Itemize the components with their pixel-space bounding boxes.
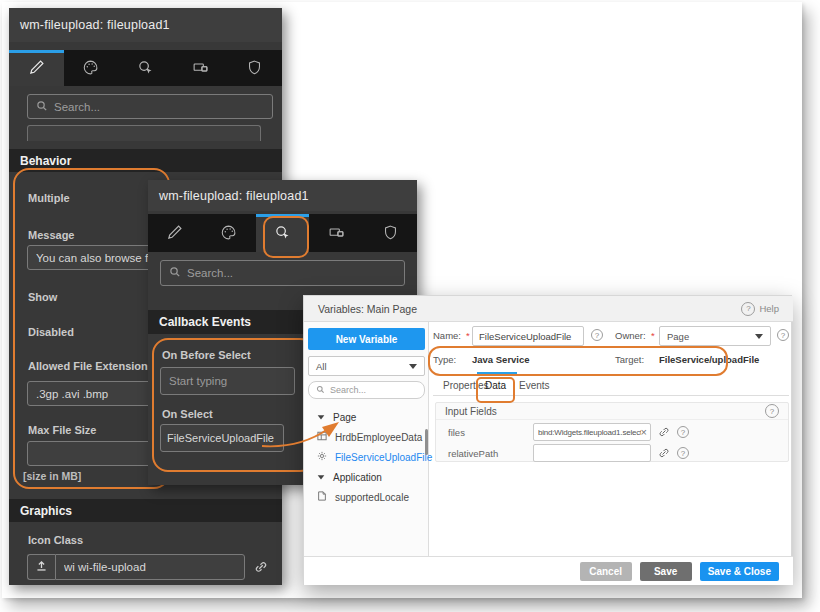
palette-icon xyxy=(82,59,99,80)
panel1-tabbar xyxy=(9,50,282,86)
name-input[interactable] xyxy=(472,326,584,346)
tab-devices[interactable] xyxy=(309,214,363,252)
shield-icon xyxy=(382,224,399,245)
tree-item-fileserviceuploadfile[interactable]: FileServiceUploadFile xyxy=(304,448,424,466)
required-marker: * xyxy=(466,330,470,341)
help-icon xyxy=(741,302,755,316)
dialog-footer: Cancel Save Save & Close xyxy=(304,556,793,585)
files-input[interactable] xyxy=(538,428,641,437)
document-icon xyxy=(316,490,328,504)
owner-help-icon[interactable] xyxy=(777,329,789,341)
tree-item-label: FileServiceUploadFile xyxy=(335,452,432,463)
cancel-button[interactable]: Cancel xyxy=(580,562,632,581)
table-icon xyxy=(316,430,328,444)
save-close-button[interactable]: Save & Close xyxy=(700,562,779,581)
icon-class-label: Icon Class xyxy=(28,534,83,546)
tree-item-supportedlocale[interactable]: supportedLocale xyxy=(304,488,424,506)
variables-dialog: Variables: Main Page Help New Variable A… xyxy=(303,295,792,585)
active-tab-indicator xyxy=(477,372,517,375)
behavior-section-header: Behavior xyxy=(9,149,282,172)
panel2-search[interactable]: Search... xyxy=(160,260,405,286)
palette-icon xyxy=(220,224,237,245)
tab-properties[interactable]: Properties xyxy=(443,380,489,391)
name-help-icon[interactable] xyxy=(591,329,603,341)
devices-icon xyxy=(328,224,345,245)
graphics-section-header: Graphics xyxy=(9,499,282,522)
icon-class-input[interactable] xyxy=(55,554,245,580)
name-label: Name: xyxy=(433,330,461,341)
behavior-section-label: Behavior xyxy=(20,154,71,168)
search-icon xyxy=(36,100,48,114)
panel2-title-bar: wm-fileupload: fileupload1 xyxy=(148,180,417,211)
input-fields-header: Input Fields xyxy=(436,403,788,420)
input-fields-title: Input Fields xyxy=(445,406,497,417)
devices-icon xyxy=(192,59,209,80)
tree-item-hrdbemployeedata[interactable]: HrdbEmployeeData xyxy=(304,428,424,446)
new-variable-button[interactable]: New Variable xyxy=(308,328,425,350)
chevron-down-icon xyxy=(755,334,763,339)
search-icon xyxy=(169,266,181,280)
relativepath-help-icon[interactable] xyxy=(677,447,689,459)
pencil-icon xyxy=(166,224,183,245)
show-label: Show xyxy=(28,291,57,303)
tab-security[interactable] xyxy=(363,214,417,252)
tab-data[interactable]: Data xyxy=(485,380,506,391)
tree-item-label: supportedLocale xyxy=(335,492,409,503)
message-label: Message xyxy=(28,229,74,241)
clear-icon[interactable] xyxy=(641,427,647,438)
tab-events[interactable] xyxy=(118,50,173,86)
tree-group-page[interactable]: Page xyxy=(304,408,424,426)
pencil-icon xyxy=(28,59,45,80)
type-label: Type: xyxy=(433,354,456,365)
owner-select[interactable]: Page xyxy=(659,326,771,346)
bind-link-icon[interactable] xyxy=(658,447,670,459)
on-select-input[interactable] xyxy=(160,424,284,452)
tab-events[interactable] xyxy=(256,214,310,252)
target-value: FileService/uploadFile xyxy=(659,354,759,365)
input-fields-help-icon[interactable] xyxy=(765,404,779,418)
icon-class-preview xyxy=(27,554,55,580)
events-icon xyxy=(137,59,154,80)
files-label: files xyxy=(448,427,465,438)
panel1-clipped-field[interactable] xyxy=(27,125,261,141)
panel1-title-bar: wm-fileupload: fileupload1 xyxy=(9,8,282,42)
tab-styles-palette[interactable] xyxy=(202,214,256,252)
on-before-select-input[interactable] xyxy=(160,367,295,395)
tab-security[interactable] xyxy=(227,50,282,86)
panel1-search[interactable]: Search... xyxy=(27,94,273,119)
search-icon xyxy=(316,385,325,396)
save-button[interactable]: Save xyxy=(640,562,692,581)
relativepath-input[interactable] xyxy=(538,449,647,458)
tree-group-application[interactable]: Application xyxy=(304,468,424,486)
tree-group-label: Application xyxy=(333,472,382,483)
tab-properties-pencil[interactable] xyxy=(9,50,64,86)
chevron-down-icon xyxy=(409,364,417,369)
tab-events[interactable]: Events xyxy=(519,380,550,391)
help-button[interactable]: Help xyxy=(741,302,779,316)
link-icon[interactable] xyxy=(253,559,269,575)
files-help-icon[interactable] xyxy=(677,426,689,438)
tab-styles-palette[interactable] xyxy=(64,50,119,86)
tree-scrollbar[interactable] xyxy=(425,429,428,455)
expander-icon xyxy=(316,412,326,422)
files-bind-box xyxy=(533,423,651,441)
panel2-search-placeholder: Search... xyxy=(187,267,233,279)
tab-devices[interactable] xyxy=(173,50,228,86)
file-upload-icon xyxy=(35,558,48,576)
filter-selected-value: All xyxy=(316,361,327,372)
variables-left-column: New Variable All Search... Page HrdbEmpl… xyxy=(304,322,429,556)
tab-properties-pencil[interactable] xyxy=(148,214,202,252)
screenshot-canvas: wm-fileupload: fileupload1 xyxy=(0,0,820,612)
tree-group-label: Page xyxy=(333,412,356,423)
variable-filter-select[interactable]: All xyxy=(308,356,425,376)
disabled-label: Disabled xyxy=(28,326,74,338)
bind-link-icon[interactable] xyxy=(658,426,670,438)
panel1-title: wm-fileupload: fileupload1 xyxy=(20,18,170,32)
variable-form-area: Name: * Owner: * Page Type: Java Service… xyxy=(433,326,789,551)
variables-search[interactable]: Search... xyxy=(308,381,425,399)
on-select-label: On Select xyxy=(162,408,213,420)
help-label: Help xyxy=(759,303,779,314)
dialog-title-bar: Variables: Main Page Help xyxy=(304,296,793,322)
detail-tabs: Properties Data Events xyxy=(433,372,789,396)
on-before-select-label: On Before Select xyxy=(162,349,251,361)
